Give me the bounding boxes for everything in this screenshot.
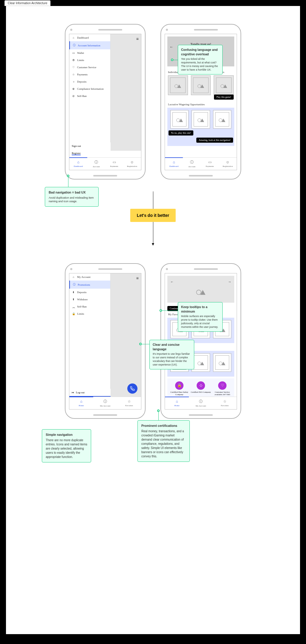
hamburger-icon[interactable]: ≡	[136, 276, 139, 281]
info-icon: ⓘ	[103, 399, 107, 404]
nav-limits[interactable]: ⚙Limits	[69, 57, 110, 64]
tab-bar: ⌂Dashboard ⓘAccount ▭Payments ☺Registrat…	[69, 157, 141, 170]
callout-bad-nav: Bad navigation = bad UX Avoid duplicatio…	[45, 187, 99, 207]
tab-payments[interactable]: ▭Payments	[105, 158, 123, 170]
cert-iso: ◇Certified ISO Company	[190, 381, 212, 396]
tab-favorites[interactable]: ☆Favorites	[117, 397, 141, 409]
tab-my-account[interactable]: ⓘMy Account	[189, 397, 213, 409]
nav-deposits[interactable]: ⬇Deposits	[69, 289, 110, 296]
game-thumb[interactable]	[213, 110, 231, 128]
tab-bar-good: ⌂Home ⓘMy Account ☆Favorites	[69, 397, 141, 409]
callout-body: Real money, transactions, and a crowded …	[141, 430, 184, 458]
logout-link[interactable]: ↦Log-out	[69, 389, 111, 397]
game-thumb[interactable]	[170, 110, 189, 128]
phone-icon	[130, 386, 135, 391]
callout-body: Mobile surfaces are especially prone to …	[181, 315, 218, 328]
nav-payments[interactable]: ☆Payments	[69, 71, 110, 78]
nav-dashboard[interactable]: ⌂Dashboard	[69, 34, 110, 41]
pulse-icon: ⁔	[72, 305, 75, 308]
nav-promotions[interactable]: ⓘPromotions	[69, 281, 110, 289]
info-icon: ⓘ	[94, 160, 98, 165]
screen: ⌂My Account ⓘPromotions ⬇Deposits ⬆Withd…	[69, 273, 141, 409]
tab-payments[interactable]: ▭Payments	[201, 158, 219, 170]
callout-title: Clear and concise language	[153, 342, 191, 351]
nav-withdraw[interactable]: ⬆Withdraw	[69, 296, 110, 303]
wagering-section: No no, play this one! Amazing, look at t…	[167, 108, 234, 146]
game-row-1	[165, 75, 237, 95]
callout-tooltips: Keep tooltips to a minimum Mobile surfac…	[178, 302, 223, 332]
tab-registration[interactable]: ☺Registration	[219, 158, 237, 170]
game-thumb[interactable]	[191, 75, 211, 95]
better-label: Let's do it better	[130, 209, 176, 222]
bad-examples-row: ⌂Dashboard ⓘAccount Information ▭Wallet …	[18, 24, 288, 179]
nav-my-account[interactable]: ⌂My Account	[69, 273, 110, 281]
callout-title: Prominent certifications	[141, 424, 186, 428]
tab-account[interactable]: ⓘAccount	[183, 158, 201, 170]
heart-icon: ♡	[72, 66, 75, 69]
star-icon: ☆	[72, 73, 75, 76]
phone-notch	[69, 29, 141, 31]
nav-wallet[interactable]: ▭Wallet	[69, 49, 110, 57]
tab-registration[interactable]: ☺Registration	[123, 158, 141, 170]
callout-title: Confusing language and cognitive overloa…	[181, 48, 219, 56]
hamburger-icon[interactable]: ≡	[136, 36, 139, 41]
callout-body: Avoid duplication and misleading item na…	[49, 196, 94, 203]
alert-icon: ⊘	[72, 95, 75, 98]
card-icon: ▭	[113, 160, 116, 165]
sign-out-link[interactable]: Sign-out	[69, 142, 111, 150]
heart-icon: ♡	[218, 381, 227, 390]
nav-deposits[interactable]: ⟐Deposits	[69, 78, 110, 85]
globe-icon: ⊕	[72, 87, 75, 90]
upload-icon: ⬆	[72, 298, 75, 301]
game-thumb[interactable]	[192, 110, 210, 128]
tab-account[interactable]: ⓘAccount	[87, 158, 105, 170]
callout-title: Keep tooltips to a minimum	[181, 305, 219, 313]
nav-compliance[interactable]: ⊕Compliance Information	[69, 85, 110, 92]
home-icon: ⌂	[72, 36, 75, 39]
tab-favorites[interactable]: ☆Favorites	[213, 397, 237, 409]
star-icon: ☆	[128, 399, 131, 404]
game-thumb[interactable]	[168, 75, 188, 95]
nav-self-ban[interactable]: ⊘Self-Ban	[69, 92, 110, 100]
next-icon[interactable]: →	[228, 280, 231, 284]
callout-title: Bad navigation = bad UX	[49, 190, 95, 195]
tooltip-play: Play this game!	[214, 95, 234, 100]
nav-account-info[interactable]: ⓘAccount Information	[69, 41, 110, 49]
download-icon: ⬇	[72, 291, 75, 294]
nav-limits[interactable]: 🔒Limits	[69, 310, 110, 317]
info-icon: ⓘ	[72, 283, 76, 287]
screen: ⌂Dashboard ⓘAccount Information ▭Wallet …	[69, 34, 141, 170]
game-thumb[interactable]	[214, 75, 234, 95]
good-examples-row: ⌂My Account ⓘPromotions ⬇Deposits ⬆Withd…	[18, 263, 288, 419]
drawer-footer-good: ↦Log-out	[69, 389, 111, 397]
tab-dashboard[interactable]: ⌂Dashboard	[165, 158, 183, 170]
phone-bad-nav: ⌂Dashboard ⓘAccount Information ▭Wallet …	[65, 24, 146, 179]
tooltip-play-2: No no, play this one!	[169, 130, 193, 136]
cert-data-safety: 🔒Certified Data Safety Company	[169, 381, 190, 396]
canvas: ⌂Dashboard ⓘAccount Information ▭Wallet …	[6, 6, 300, 634]
page-tab: Clear Information Architecture	[4, 0, 51, 6]
gear-icon: ⚙	[72, 59, 75, 62]
register-link[interactable]: Register	[69, 150, 111, 157]
game-thumb[interactable]	[192, 353, 210, 372]
card-icon: ▭	[72, 51, 75, 54]
callout-body: Yes you ticked all the requirements, but…	[181, 57, 218, 71]
hero-carousel: ← →	[167, 276, 234, 303]
face-icon: ☺	[130, 160, 134, 165]
tab-home[interactable]: ⌂Home	[165, 397, 189, 409]
back-icon[interactable]: ←	[170, 45, 173, 49]
nav-self-ban[interactable]: ⁔Self-Ban	[69, 303, 110, 310]
link-icon: ⟐	[72, 80, 75, 83]
cert-support: ♡Customer Service available 24/7/365	[212, 381, 233, 396]
tab-dashboard[interactable]: ⌂Dashboard	[69, 158, 87, 170]
prev-icon[interactable]: ←	[170, 280, 174, 284]
nav-customer-service[interactable]: ♡Customer Service	[69, 64, 110, 71]
lock-icon: 🔒	[72, 312, 75, 315]
shield-icon: ◇	[197, 381, 205, 390]
tab-my-account[interactable]: ⓘMy Account	[93, 397, 117, 409]
fab-call[interactable]	[127, 383, 137, 394]
certifications: 🔒Certified Data Safety Company ◇Certifie…	[167, 378, 234, 397]
lock-icon: 🔒	[175, 381, 183, 390]
game-thumb[interactable]	[213, 353, 231, 372]
tab-home[interactable]: ⌂Home	[69, 397, 93, 409]
